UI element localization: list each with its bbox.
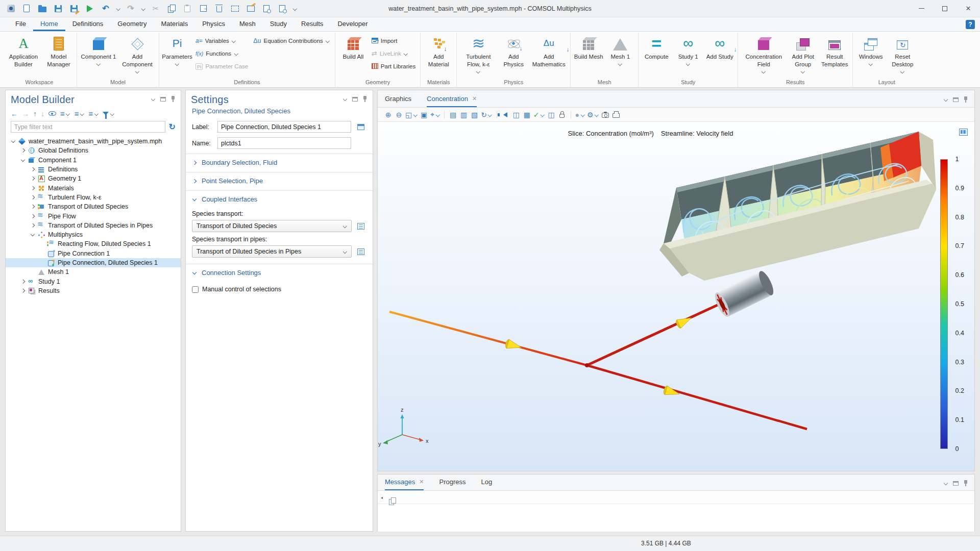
zoom-extents-icon[interactable]: ▣	[419, 109, 429, 120]
go-to-view-icon[interactable]: ⌖	[429, 109, 441, 120]
panel-menu-icon[interactable]	[944, 482, 948, 485]
functions-button[interactable]: Functions	[193, 48, 250, 59]
table-icon[interactable]: ▦	[522, 109, 532, 120]
messages-content[interactable]	[378, 504, 974, 532]
duplicate-button[interactable]	[198, 3, 209, 14]
result-templates-button[interactable]: ↓ Result Templates	[819, 33, 850, 68]
manual-control-checkbox[interactable]	[192, 286, 199, 293]
copy-button[interactable]	[166, 3, 177, 14]
panel-menu-icon[interactable]	[944, 98, 948, 102]
tree-item-study-1[interactable]: Study 1	[6, 277, 181, 286]
float-icon[interactable]	[953, 481, 959, 486]
collapse-all-icon[interactable]	[60, 109, 70, 118]
import-button[interactable]: Import	[370, 35, 418, 46]
save-button[interactable]	[53, 3, 64, 14]
tab-home[interactable]: Home	[33, 18, 65, 31]
tree-item-pipe-flow[interactable]: Pipe Flow	[6, 211, 181, 220]
build-all-button[interactable]: Build All	[338, 33, 369, 61]
chevron-right-icon[interactable]	[29, 213, 37, 220]
go-to-source-button[interactable]	[355, 220, 366, 232]
section-boundary-selection-fluid[interactable]: Boundary Selection, Fluid	[186, 154, 373, 170]
scene-3d[interactable]: z x y	[378, 122, 974, 471]
windows-button[interactable]: Windows	[855, 33, 886, 67]
livelink-button[interactable]: LiveLink	[370, 48, 418, 59]
tab-mesh[interactable]: Mesh	[232, 18, 263, 31]
compute-button[interactable]: Compute	[641, 33, 672, 61]
add-mathematics-button[interactable]: ↓ Add Mathematics	[530, 33, 568, 68]
parameter-case-button[interactable]: Parameter Case	[193, 61, 250, 71]
image-snapshot-icon[interactable]: ◫	[511, 109, 522, 120]
chevron-down-icon[interactable]	[29, 231, 37, 238]
name-field[interactable]	[217, 137, 351, 149]
tree-item-transport-diluted-species[interactable]: Transport of Diluted Species	[6, 202, 181, 211]
model-manager-button[interactable]: Model Manager	[43, 33, 74, 68]
section-connection-settings[interactable]: Connection Settings	[186, 264, 373, 280]
float-icon[interactable]	[352, 97, 358, 102]
study-1-button[interactable]: Study 1	[673, 33, 703, 67]
tree-item-component-1[interactable]: Component 1	[6, 156, 181, 165]
tab-concentration[interactable]: Concentration✕	[427, 95, 477, 107]
tab-developer[interactable]: Developer	[330, 18, 375, 31]
tree-item-transport-diluted-species-pipes[interactable]: Transport of Diluted Species in Pipes	[6, 221, 181, 230]
plot-legend-icon[interactable]	[959, 129, 968, 136]
tree-item-materials[interactable]: Materials	[6, 183, 181, 192]
add-component-button[interactable]: Add Component	[118, 33, 156, 74]
lock-icon[interactable]	[557, 109, 568, 120]
add-material-button[interactable]: ↓ Add Material	[423, 33, 454, 68]
add-plot-group-button[interactable]: Add Plot Group	[788, 33, 818, 74]
pin-icon[interactable]	[362, 96, 368, 102]
screenshot-camera-icon[interactable]	[600, 109, 611, 120]
delete-button[interactable]	[213, 3, 225, 14]
parameters-button[interactable]: Parameters	[162, 33, 192, 67]
application-builder-button[interactable]: Application Builder	[5, 33, 42, 68]
view-yz-icon[interactable]: ▥	[458, 109, 469, 120]
window-split-icon[interactable]: ◫	[546, 109, 557, 120]
turbulent-flow-button[interactable]: Turbulent Flow, k-ε	[459, 33, 497, 74]
clear-selection-button[interactable]	[245, 3, 256, 14]
save-as-button[interactable]	[68, 3, 80, 14]
redo-button[interactable]	[125, 3, 136, 14]
filter-input[interactable]	[11, 121, 165, 133]
section-coupled-interfaces[interactable]: Coupled Interfaces	[186, 190, 373, 207]
graphics-canvas[interactable]: Slice: Concentration (mol/m³)Streamline:…	[378, 122, 974, 471]
chevron-right-icon[interactable]	[29, 203, 37, 210]
print-icon[interactable]	[611, 109, 622, 120]
refresh-icon[interactable]	[169, 122, 176, 132]
chevron-right-icon[interactable]	[29, 222, 37, 229]
close-tab-icon[interactable]: ✕	[419, 479, 424, 485]
panel-menu-icon[interactable]	[151, 97, 156, 101]
section-point-selection-pipe[interactable]: Point Selection, Pipe	[186, 172, 373, 188]
cut-button[interactable]	[150, 3, 161, 14]
forward-icon[interactable]: →	[22, 110, 29, 118]
part-libraries-button[interactable]: Part Libraries	[370, 61, 418, 71]
zoom-box-icon[interactable]: ◱	[404, 109, 419, 120]
tab-file[interactable]: File	[8, 18, 33, 31]
tab-study[interactable]: Study	[263, 18, 294, 31]
model-tree-node-text-icon[interactable]	[89, 109, 99, 118]
tab-results[interactable]: Results	[294, 18, 330, 31]
qat-customize-icon[interactable]	[292, 7, 297, 10]
concentration-field-button[interactable]: Concentration Field	[741, 33, 787, 74]
zoom-out-icon[interactable]: ⊖	[394, 109, 404, 120]
chevron-right-icon[interactable]	[29, 194, 37, 201]
tree-item-pipe-connection-diluted-species-1[interactable]: Pipe Connection, Diluted Species 1	[6, 258, 181, 267]
component-1-button[interactable]: Component 1	[80, 33, 117, 67]
move-up-icon[interactable]: ↑	[33, 110, 37, 118]
expand-all-icon[interactable]	[75, 109, 85, 118]
add-study-button[interactable]: ↓ Add Study	[704, 33, 735, 61]
tree-item-reacting-flow[interactable]: Reacting Flow, Diluted Species 1	[6, 239, 181, 248]
tree-item-definitions[interactable]: Definitions	[6, 165, 181, 174]
view-zx-icon[interactable]: ▧	[469, 109, 480, 120]
chevron-right-icon[interactable]	[29, 185, 37, 192]
panel-menu-icon[interactable]	[343, 97, 348, 101]
help-button[interactable]: ?	[966, 20, 975, 29]
tab-messages[interactable]: Messages✕	[385, 478, 424, 490]
pin-icon[interactable]	[963, 480, 968, 486]
minimize-button[interactable]	[910, 0, 933, 17]
rename-button[interactable]	[355, 121, 366, 133]
chevron-right-icon[interactable]	[19, 147, 27, 154]
label-field[interactable]	[217, 121, 351, 133]
maximize-button[interactable]	[933, 0, 957, 17]
tree-item-root[interactable]: water_treatment_basin_with_pipe_system.m…	[6, 137, 181, 146]
open-file-button[interactable]	[37, 3, 48, 14]
